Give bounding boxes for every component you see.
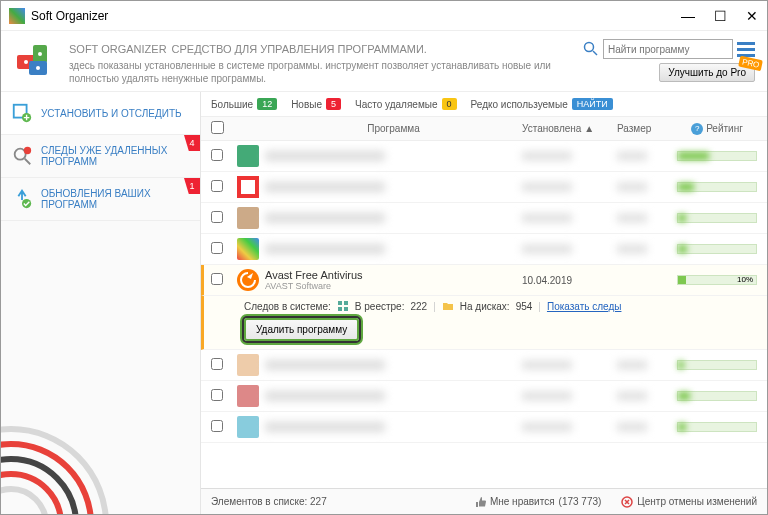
like-button[interactable]: Мне нравится (173 773)	[474, 496, 601, 508]
row-checkbox[interactable]	[211, 180, 223, 192]
table-row-selected[interactable]: Avast Free AntivirusAVAST Software 10.04…	[201, 265, 767, 296]
rating-value: 10%	[737, 275, 753, 284]
maximize-button[interactable]: ☐	[713, 8, 727, 24]
titlebar: Soft Organizer — ☐ ✕	[1, 1, 767, 31]
app-icon	[237, 385, 259, 407]
table-row[interactable]	[201, 172, 767, 203]
app-icon	[237, 238, 259, 260]
app-icon	[237, 207, 259, 229]
undo-icon	[621, 496, 633, 508]
svg-point-4	[38, 52, 42, 56]
sidebar-item-updates[interactable]: ОБНОВЛЕНИЯ ВАШИХ ПРОГРАММ 1	[1, 178, 200, 221]
main-panel: Большие12 Новые5 Часто удаляемые0 Редко …	[201, 92, 767, 514]
header: SOFT ORGANIZER СРЕДСТВО ДЛЯ УПРАВЛЕНИЯ П…	[1, 31, 767, 92]
table-header: Программа Установлена ▲ Размер ?Рейтинг	[201, 117, 767, 141]
svg-point-6	[585, 43, 594, 52]
svg-point-15	[1, 444, 91, 514]
filter-bar: Большие12 Новые5 Часто удаляемые0 Редко …	[201, 92, 767, 117]
table-row[interactable]	[201, 203, 767, 234]
avast-icon	[237, 269, 259, 291]
search-input[interactable]	[603, 39, 733, 59]
table-row[interactable]	[201, 350, 767, 381]
traces-label: Следов в системе:	[244, 301, 331, 312]
app-icon	[237, 145, 259, 167]
install-date: 10.04.2019	[522, 275, 617, 286]
decorative-swirl	[1, 414, 141, 514]
sidebar-item-install[interactable]: УСТАНОВИТЬ И ОТСЛЕДИТЬ	[1, 92, 200, 135]
row-checkbox[interactable]	[211, 420, 223, 432]
status-bar: Элементов в списке: 227 Мне нравится (17…	[201, 488, 767, 514]
svg-line-11	[25, 159, 31, 165]
thumbs-up-icon	[474, 496, 486, 508]
svg-point-18	[1, 489, 46, 514]
sidebar-item-label: УСТАНОВИТЬ И ОТСЛЕДИТЬ	[41, 108, 182, 119]
app-logo-icon	[13, 39, 59, 85]
help-icon[interactable]: ?	[691, 123, 703, 135]
col-program[interactable]: Программа	[265, 123, 522, 134]
app-icon	[237, 176, 259, 198]
app-icon	[237, 354, 259, 376]
sidebar: УСТАНОВИТЬ И ОТСЛЕДИТЬ СЛЕДЫ УЖЕ УДАЛЕНН…	[1, 92, 201, 514]
svg-rect-19	[338, 301, 342, 305]
brand-title: SOFT ORGANIZER СРЕДСТВО ДЛЯ УПРАВЛЕНИЯ П…	[69, 39, 573, 57]
filter-big[interactable]: Большие12	[211, 98, 277, 110]
sidebar-item-traces[interactable]: СЛЕДЫ УЖЕ УДАЛЕННЫХ ПРОГРАММ 4	[1, 135, 200, 178]
selected-detail: Следов в системе: В реестре: 222 | На ди…	[201, 296, 767, 350]
svg-point-14	[1, 429, 106, 514]
col-rating[interactable]: ?Рейтинг	[677, 123, 757, 135]
minimize-button[interactable]: —	[681, 8, 695, 24]
filter-frequent[interactable]: Часто удаляемые0	[355, 98, 457, 110]
svg-point-16	[1, 459, 76, 514]
undo-center-button[interactable]: Центр отмены изменений	[621, 496, 757, 508]
svg-rect-22	[344, 307, 348, 311]
item-count: Элементов в списке: 227	[211, 496, 327, 507]
row-checkbox[interactable]	[211, 149, 223, 161]
col-installed[interactable]: Установлена ▲	[522, 123, 617, 134]
svg-rect-21	[338, 307, 342, 311]
app-window: Soft Organizer — ☐ ✕ SOFT ORGANIZER СРЕД…	[0, 0, 768, 515]
sidebar-item-label: ОБНОВЛЕНИЯ ВАШИХ ПРОГРАММ	[41, 188, 190, 210]
close-button[interactable]: ✕	[745, 8, 759, 24]
menu-button[interactable]	[737, 42, 755, 57]
filter-rare[interactable]: Редко используемыеНАЙТИ	[471, 98, 613, 110]
row-checkbox[interactable]	[211, 242, 223, 254]
row-checkbox[interactable]	[211, 273, 223, 285]
app-icon	[237, 416, 259, 438]
program-list[interactable]: Avast Free AntivirusAVAST Software 10.04…	[201, 141, 767, 488]
row-checkbox[interactable]	[211, 211, 223, 223]
program-vendor: AVAST Software	[265, 281, 522, 291]
svg-point-5	[36, 66, 40, 70]
select-all-checkbox[interactable]	[211, 121, 224, 134]
row-checkbox[interactable]	[211, 358, 223, 370]
filter-new[interactable]: Новые5	[291, 98, 341, 110]
svg-line-7	[593, 51, 597, 55]
col-size[interactable]: Размер	[617, 123, 677, 134]
sidebar-item-label: СЛЕДЫ УЖЕ УДАЛЕННЫХ ПРОГРАММ	[41, 145, 190, 167]
folder-icon	[442, 300, 454, 312]
table-row[interactable]	[201, 234, 767, 265]
uninstall-button[interactable]: Удалить программу	[244, 318, 359, 341]
program-name: Avast Free Antivirus	[265, 269, 522, 281]
upgrade-pro-button[interactable]: Улучшить до ProPRO	[659, 63, 755, 82]
svg-rect-20	[344, 301, 348, 305]
row-checkbox[interactable]	[211, 389, 223, 401]
svg-point-3	[24, 60, 28, 64]
table-row[interactable]	[201, 412, 767, 443]
table-row[interactable]	[201, 381, 767, 412]
window-title: Soft Organizer	[31, 9, 681, 23]
brand-subtitle: здесь показаны установленные в системе п…	[69, 59, 573, 85]
svg-point-12	[24, 147, 31, 154]
table-row[interactable]	[201, 141, 767, 172]
svg-point-17	[1, 474, 61, 514]
show-traces-link[interactable]: Показать следы	[547, 301, 622, 312]
search-icon	[583, 41, 599, 57]
app-logo-icon	[9, 8, 25, 24]
registry-icon	[337, 300, 349, 312]
